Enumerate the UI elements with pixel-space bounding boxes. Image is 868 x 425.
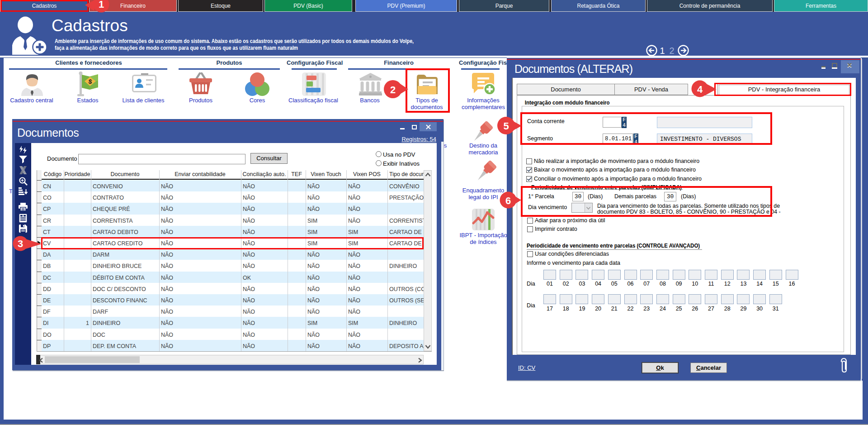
svg-text:6: 6 bbox=[505, 195, 511, 206]
svg-text:4: 4 bbox=[697, 84, 703, 95]
svg-text:1: 1 bbox=[99, 0, 104, 10]
svg-text:5: 5 bbox=[503, 120, 509, 132]
svg-text:3: 3 bbox=[18, 238, 23, 249]
svg-text:2: 2 bbox=[390, 84, 396, 96]
